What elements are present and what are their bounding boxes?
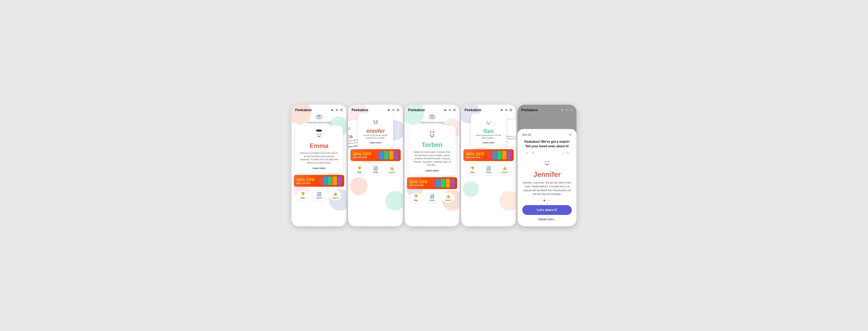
ad-text-1: 30% OFF your next order xyxy=(296,178,315,184)
star-icon-3[interactable]: ★ xyxy=(444,108,447,112)
learn-more-2[interactable]: Learn more xyxy=(370,141,381,144)
name-card-3[interactable]: Torben Torben is a boy's name. It derive… xyxy=(408,126,456,176)
skip-button-1[interactable]: 👎 Skip xyxy=(297,190,309,201)
phone-content-1: Peekaboo ★ ♥ ⚙ Swipe the card to begin xyxy=(291,105,346,204)
svg-point-24 xyxy=(490,123,491,124)
phone-frame-4: Peekaboo ★ ♥ ⚙ Ma xyxy=(461,105,516,226)
dot-1 xyxy=(544,200,545,201)
heart-icon-2[interactable]: ♥ xyxy=(392,108,394,112)
close-button[interactable]: ✕ xyxy=(569,133,572,137)
ad-percent-2: 30% OFF xyxy=(353,152,371,156)
see-all-button[interactable]: See all xyxy=(522,133,531,136)
star-icon-4[interactable]: ★ xyxy=(500,108,503,112)
book-3-4 xyxy=(445,179,450,188)
main-card-2[interactable]: ennifer ounced an-JEL-ih-kah. and the me… xyxy=(358,114,393,148)
card-name-2: ennifer xyxy=(361,128,390,134)
ad-banner-4[interactable]: 30% OFF your next order xyxy=(463,149,514,161)
book-4-2 xyxy=(492,151,497,159)
main-card-4[interactable]: Gas Gasp is pronounced It is of Latin or… xyxy=(471,114,506,148)
match-title: Peekaboo! We've got a match!Tell your lo… xyxy=(524,140,569,148)
undo-label-2: Undo xyxy=(373,171,378,173)
book-4-4 xyxy=(502,151,506,159)
love-button-2[interactable]: 👍 Love it xyxy=(385,165,398,175)
card-face-2 xyxy=(361,117,390,127)
gear-icon-3[interactable]: ⚙ xyxy=(453,108,456,112)
phone-content-4: Peekaboo ★ ♥ ⚙ Ma xyxy=(461,105,516,178)
skip-label-4: Skip xyxy=(470,171,474,173)
book-1 xyxy=(318,176,322,185)
love-button-3[interactable]: 👍 Love it xyxy=(442,193,455,203)
swipe-icon-3 xyxy=(429,114,435,121)
love-label-2: Love it xyxy=(389,171,395,173)
gear-icon-1[interactable]: ⚙ xyxy=(340,108,343,112)
svg-point-13 xyxy=(377,123,378,124)
love-button-1[interactable]: 👍 Love it xyxy=(329,190,341,201)
learn-more-left[interactable]: Learn more xyxy=(348,144,358,148)
svg-point-16 xyxy=(433,134,434,135)
heart-icon-4[interactable]: ♥ xyxy=(505,108,507,112)
pagination-dots xyxy=(544,200,551,201)
header-icons-3: ★ ♥ ⚙ xyxy=(444,108,456,112)
book-5 xyxy=(338,176,342,185)
ad-banner-2[interactable]: 30% OFF your next order xyxy=(350,149,401,161)
ad-subtext-3: your next order xyxy=(409,184,428,186)
skip-button-4[interactable]: 👎 Skip xyxy=(466,165,478,175)
gear-icon-5[interactable]: ⚙ xyxy=(570,108,573,112)
name-card-1[interactable]: Emma Emma is an English name with roots … xyxy=(296,126,343,173)
header-icons-5: ★ ♥ ⚙ xyxy=(561,108,573,112)
book-2-1 xyxy=(374,151,379,159)
dot-2 xyxy=(546,200,548,201)
modal-header-row: See all ✕ xyxy=(522,133,572,137)
skip-icon-4: 👎 xyxy=(470,166,474,170)
card-face-3 xyxy=(412,129,452,140)
ad-subtext-2: your next order xyxy=(353,156,371,159)
undo-button-4[interactable]: 🔄 Undo xyxy=(482,165,495,175)
app-title-3: Peekaboo xyxy=(408,108,425,112)
undo-button-1[interactable]: 🔄 Undo xyxy=(313,190,325,201)
love-icon-4: 👍 xyxy=(502,166,507,170)
ad-subtext-4: your next order xyxy=(466,156,484,159)
maybe-later-button[interactable]: Maybe later... xyxy=(538,218,556,221)
undo-icon-2: 🔄 xyxy=(373,166,378,170)
card-face-1 xyxy=(299,129,339,141)
skip-label-1: Skip xyxy=(301,197,305,199)
star-icon-1[interactable]: ★ xyxy=(331,108,334,112)
heart-icon-5[interactable]: ♥ xyxy=(566,108,568,112)
ad-banner-1[interactable]: 30% OFF your next order xyxy=(294,175,344,187)
svg-point-9 xyxy=(350,128,351,129)
deco-dot-2 xyxy=(532,152,534,154)
actions-2: 👎 Skip 🔄 Undo 👍 Love it xyxy=(348,163,403,178)
undo-button-2[interactable]: 🔄 Undo xyxy=(369,165,382,175)
skip-button-3[interactable]: 👎 Skip xyxy=(409,193,422,203)
swipe-text-1: Swipe the card to begin xyxy=(307,121,331,124)
svg-point-17 xyxy=(429,135,431,137)
heart-icon-3[interactable]: ♥ xyxy=(449,108,451,112)
header-icons-2: ★ ♥ ⚙ xyxy=(387,108,400,112)
swipe-hint-3: Swipe the card to begin xyxy=(405,114,460,126)
love-label-3: Love it xyxy=(445,199,451,201)
undo-label-4: Undo xyxy=(486,171,491,173)
ad-banner-3[interactable]: 30% OFF your next order xyxy=(407,177,457,189)
svg-point-10 xyxy=(374,122,375,123)
book-2 xyxy=(323,176,327,185)
love-icon-1: 👍 xyxy=(333,192,337,196)
learn-more-1[interactable]: Learn more xyxy=(313,167,325,170)
share-button[interactable]: Let's share it! xyxy=(522,205,572,215)
book-3 xyxy=(328,176,332,185)
svg-point-6 xyxy=(316,135,318,137)
star-icon-2[interactable]: ★ xyxy=(387,108,390,112)
swipe-hint-1: Swipe the card to begin xyxy=(291,114,346,126)
learn-more-3[interactable]: Learn more xyxy=(426,169,438,172)
card-desc-4: Gasp is pronounced It is of Latin origin… xyxy=(474,134,503,139)
phone-frame-1: Peekaboo ★ ♥ ⚙ Swipe the card to begin xyxy=(291,105,346,226)
skip-button-2[interactable]: 👎 Skip xyxy=(353,165,366,175)
love-button-4[interactable]: 👍 Love it xyxy=(498,165,511,175)
undo-button-3[interactable]: 🔄 Undo xyxy=(426,193,438,203)
ad-books-4 xyxy=(486,151,511,159)
modal-description: "Jennifer" may mean "the fair one" (from… xyxy=(522,181,572,196)
gear-icon-4[interactable]: ⚙ xyxy=(509,108,513,112)
gear-icon-2[interactable]: ⚙ xyxy=(396,108,400,112)
learn-more-4[interactable]: Learn more xyxy=(483,141,494,144)
star-icon-5[interactable]: ★ xyxy=(561,108,564,112)
heart-icon-1[interactable]: ♥ xyxy=(336,108,338,112)
